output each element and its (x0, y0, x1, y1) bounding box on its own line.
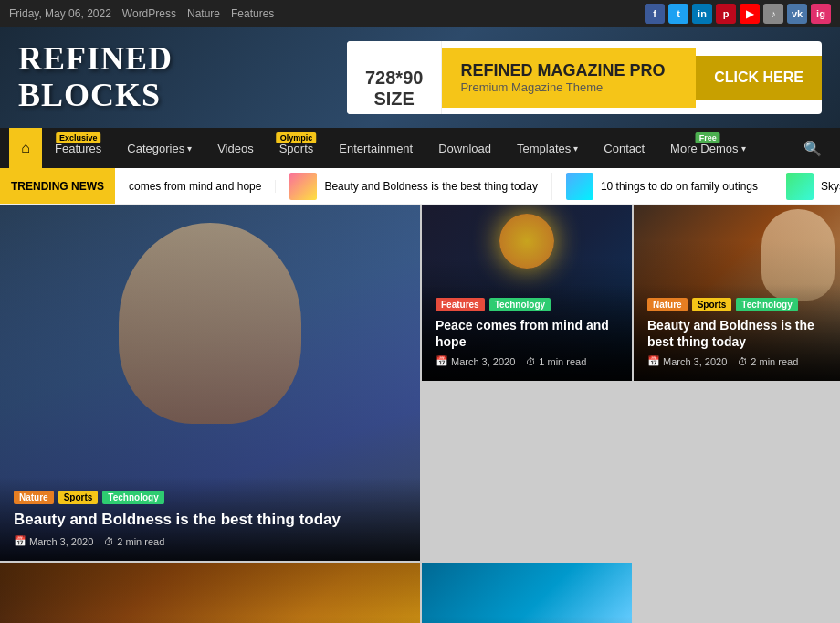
nav-download-label: Download (438, 142, 491, 155)
features-link[interactable]: Features (231, 7, 274, 20)
nav-categories[interactable]: Categories ▾ (114, 128, 205, 168)
article-large-meta: 📅 March 3, 2020 ⏱ 2 min read (14, 535, 406, 547)
nav-templates-label: Templates (517, 142, 571, 155)
article-mid-top-title: Peace comes from mind and hope (436, 317, 618, 350)
nav-entertainment-label: Entertainment (339, 142, 413, 155)
header-ad[interactable]: 728*90 SIZE REFINED MAGAZINE PRO Premium… (347, 41, 822, 114)
nav-download[interactable]: Download (425, 128, 504, 168)
cat-nature-tag2[interactable]: Nature (647, 298, 688, 312)
nav-videos[interactable]: Videos (205, 128, 267, 168)
nav-contact-label: Contact (604, 142, 645, 155)
trending-thumb-4 (786, 173, 814, 200)
logo-line1: REFINED (18, 41, 173, 78)
trending-text-4: Skyscraper and city life is good (821, 180, 840, 193)
templates-arrow: ▾ (573, 143, 578, 153)
nav-categories-label: Categories (127, 142, 184, 155)
social-icons: f t in p ▶ ♪ vk ig (645, 4, 831, 24)
logo-line2: BLOCKS (18, 78, 173, 114)
site-logo: REFINED BLOCKS (18, 41, 173, 113)
cat-tech-tag2[interactable]: Technology (489, 298, 551, 312)
article-mid-top-overlay: Features Technology Peace comes from min… (422, 284, 632, 381)
cat-nature-tag[interactable]: Nature (14, 491, 54, 504)
trending-item-4[interactable]: Skyscraper and city life is good (772, 173, 840, 200)
nav-videos-label: Videos (217, 142, 254, 155)
article-mid-top-read: ⏱ 1 min read (526, 355, 586, 367)
wp-link[interactable]: WordPress (122, 7, 176, 20)
article-right-top-meta: 📅 March 3, 2020 ⏱ 2 min read (647, 355, 830, 367)
nav-sports[interactable]: Olympic Sports (267, 128, 327, 168)
article-card-large[interactable]: Nature Sports Technology Beauty and Bold… (0, 205, 420, 561)
pinterest-icon[interactable]: p (716, 4, 736, 24)
nature-link[interactable]: Nature (187, 7, 220, 20)
nav-contact[interactable]: Contact (591, 128, 657, 168)
linkedin-icon[interactable]: in (692, 4, 712, 24)
trending-thumb-2 (289, 173, 317, 200)
article-right-top-title: Beauty and Boldness is the best thing to… (647, 317, 830, 350)
youtube-icon[interactable]: ▶ (740, 4, 760, 24)
article-right-top-date: 📅 March 3, 2020 (647, 355, 727, 367)
article-right-top-overlay: Nature Sports Technology Beauty and Bold… (634, 284, 840, 381)
ad-cta-button[interactable]: CLICK HERE (696, 56, 822, 100)
article-large-read: ⏱ 2 min read (104, 535, 164, 547)
sports-badge: Olympic (277, 132, 317, 143)
article-mid-top-date: 📅 March 3, 2020 (436, 355, 515, 367)
trending-bar: TRENDING NEWS comes from mind and hope B… (0, 168, 840, 205)
cat-features-tag[interactable]: Features (436, 298, 485, 312)
ad-content: REFINED MAGAZINE PRO Premium Magazine Th… (442, 48, 696, 108)
article-large-title: Beauty and Boldness is the best thing to… (14, 510, 406, 530)
nav-items: Exclusive Features Categories ▾ Videos O… (42, 128, 794, 168)
article-card-right-top[interactable]: Nature Sports Technology Beauty and Bold… (634, 205, 840, 381)
trending-text-3: 10 things to do on family outings (601, 180, 758, 193)
cat-tech-tag3[interactable]: Technology (736, 298, 797, 312)
main-nav: ⌂ Exclusive Features Categories ▾ Videos… (0, 128, 840, 168)
home-button[interactable]: ⌂ (9, 128, 42, 168)
trending-item-3[interactable]: 10 things to do on family outings (552, 173, 772, 200)
soundcloud-icon[interactable]: ♪ (763, 4, 783, 24)
search-icon[interactable]: 🔍 (794, 140, 831, 157)
article-mid-top-meta: 📅 March 3, 2020 ⏱ 1 min read (436, 355, 618, 367)
article-grid: Nature Sports Technology Beauty and Bold… (0, 205, 840, 623)
article-right-top-read: ⏱ 2 min read (738, 355, 798, 367)
top-bar-left: Friday, May 06, 2022 WordPress Nature Fe… (9, 7, 274, 20)
more-demos-arrow: ▾ (741, 143, 746, 153)
cat-sports-tag2[interactable]: Sports (692, 298, 732, 312)
nav-more-demos[interactable]: Free More Demos ▾ (657, 128, 758, 168)
trending-text-1: comes from mind and hope (129, 180, 261, 193)
top-bar: Friday, May 06, 2022 WordPress Nature Fe… (0, 0, 840, 27)
article-card-mid-top[interactable]: Features Technology Peace comes from min… (422, 205, 632, 381)
instagram-icon[interactable]: ig (811, 4, 831, 24)
vk-icon[interactable]: vk (787, 4, 807, 24)
cat-sports-tag[interactable]: Sports (58, 491, 99, 504)
article-mid-top-cats: Features Technology (436, 298, 618, 312)
nav-entertainment[interactable]: Entertainment (326, 128, 425, 168)
cat-tech-tag[interactable]: Technology (102, 491, 163, 504)
facebook-icon[interactable]: f (645, 4, 665, 24)
nav-features[interactable]: Exclusive Features (42, 128, 114, 168)
ad-subtitle: Premium Magazine Theme (460, 80, 677, 94)
trending-text-2: Beauty and Boldness is the best thing to… (324, 180, 538, 193)
trending-item-2[interactable]: Beauty and Boldness is the best thing to… (276, 173, 552, 200)
article-large-cats: Nature Sports Technology (14, 491, 406, 504)
article-right-top-cats: Nature Sports Technology (647, 298, 830, 312)
article-large-date: 📅 March 3, 2020 (14, 535, 93, 547)
features-badge: Exclusive (56, 132, 101, 143)
article-card-right-bottom[interactable]: Features Nature Sports Skyscraper and ci… (422, 563, 632, 623)
date-label: Friday, May 06, 2022 (9, 7, 111, 20)
article-large-overlay: Nature Sports Technology Beauty and Bold… (0, 477, 420, 561)
ad-title: REFINED MAGAZINE PRO (460, 61, 677, 80)
nav-templates[interactable]: Templates ▾ (504, 128, 591, 168)
trending-thumb-3 (566, 173, 593, 200)
trending-items: comes from mind and hope Beauty and Bold… (115, 173, 840, 200)
categories-arrow: ▾ (187, 143, 192, 153)
site-header: REFINED BLOCKS 728*90 SIZE REFINED MAGAZ… (0, 27, 840, 128)
twitter-icon[interactable]: t (668, 4, 688, 24)
more-demos-badge: Free (696, 132, 720, 143)
article-card-mid-bottom[interactable]: Technology 10 things to do on family out… (0, 563, 420, 623)
trending-label: TRENDING NEWS (0, 168, 115, 204)
trending-item-1[interactable]: comes from mind and hope (115, 180, 276, 193)
ad-size-label: 728*90 SIZE (347, 41, 442, 114)
